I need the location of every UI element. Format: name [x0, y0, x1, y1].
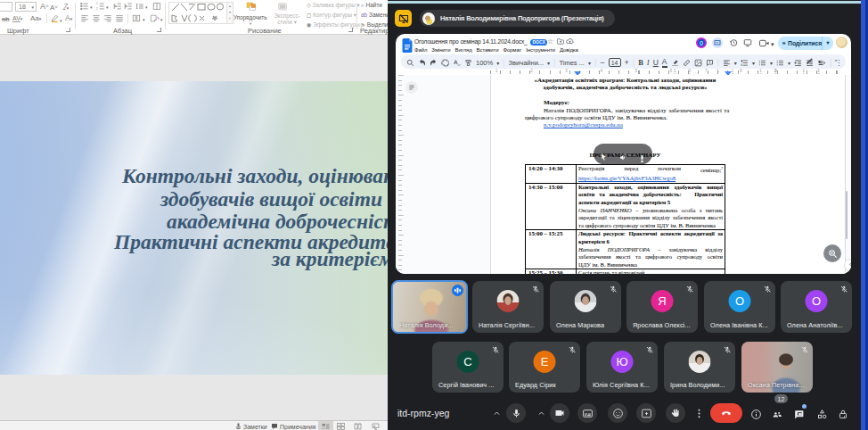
svg-text:2: 2	[96, 7, 98, 11]
svg-text:1: 1	[96, 2, 98, 5]
